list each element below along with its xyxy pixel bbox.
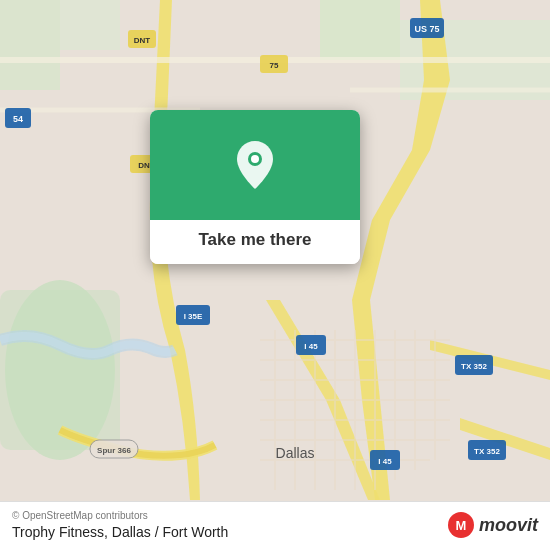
copyright-text: © OpenStreetMap contributors xyxy=(12,510,228,521)
bottom-bar: © OpenStreetMap contributors Trophy Fitn… xyxy=(0,501,550,550)
svg-text:I 45: I 45 xyxy=(378,457,392,466)
svg-text:TX 352: TX 352 xyxy=(461,362,487,371)
svg-text:I 35E: I 35E xyxy=(184,312,203,321)
map-container: US 75 US 75 I 35E I 45 TX 352 TX 352 I 4… xyxy=(0,0,550,550)
svg-text:DN: DN xyxy=(138,161,150,170)
svg-text:TX 352: TX 352 xyxy=(474,447,500,456)
svg-text:Dallas: Dallas xyxy=(276,445,315,461)
popup-green-area xyxy=(150,110,360,220)
popup-label-area[interactable]: Take me there xyxy=(150,220,360,264)
svg-rect-6 xyxy=(60,0,120,50)
popup-card[interactable]: Take me there xyxy=(150,110,360,264)
svg-text:US 75: US 75 xyxy=(414,24,439,34)
bottom-left: © OpenStreetMap contributors Trophy Fitn… xyxy=(12,510,228,540)
svg-text:54: 54 xyxy=(13,114,23,124)
location-pin-icon xyxy=(233,139,277,191)
map-background: US 75 US 75 I 35E I 45 TX 352 TX 352 I 4… xyxy=(0,0,550,550)
moovit-brand-icon: M xyxy=(447,511,475,539)
svg-text:M: M xyxy=(456,518,467,533)
svg-text:Spur 366: Spur 366 xyxy=(97,446,131,455)
moovit-brand-text: moovit xyxy=(479,515,538,536)
svg-rect-5 xyxy=(0,0,60,90)
svg-rect-2 xyxy=(0,290,120,450)
svg-rect-3 xyxy=(320,0,400,60)
svg-text:I 45: I 45 xyxy=(304,342,318,351)
location-title: Trophy Fitness, Dallas / Fort Worth xyxy=(12,524,228,540)
moovit-logo[interactable]: M moovit xyxy=(447,511,538,539)
svg-point-54 xyxy=(251,155,259,163)
svg-text:75: 75 xyxy=(270,61,279,70)
take-me-there-button[interactable]: Take me there xyxy=(198,230,311,249)
svg-text:DNT: DNT xyxy=(134,36,151,45)
